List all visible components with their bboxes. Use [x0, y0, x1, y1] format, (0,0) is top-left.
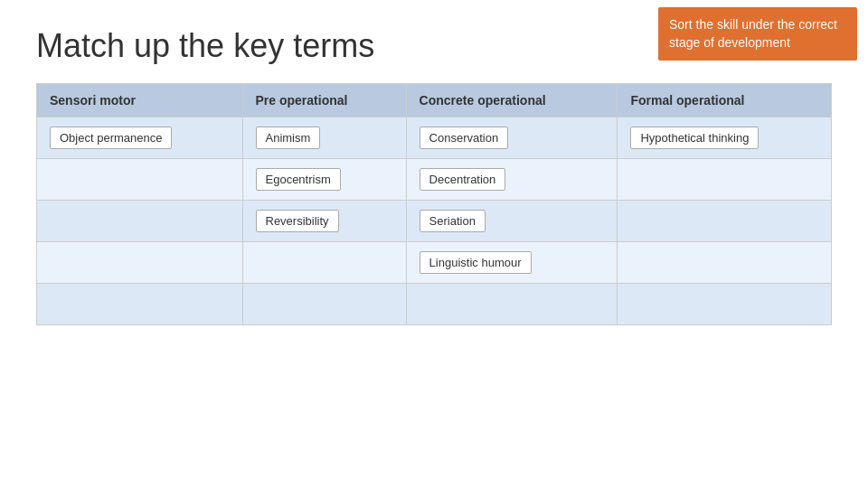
table-row — [37, 284, 832, 325]
chip-decentration[interactable]: Decentration — [420, 168, 506, 191]
cell-formal-4 — [618, 242, 832, 284]
chip-reversibility[interactable]: Reversibility — [256, 210, 339, 232]
cell-sensori-4 — [37, 242, 243, 284]
cell-sensori-2 — [37, 159, 243, 201]
table-row: Linguistic humour — [37, 242, 832, 284]
chip-hypothetical-thinking[interactable]: Hypothetical thinking — [630, 127, 759, 149]
cell-concrete-1: Conservation — [406, 117, 618, 159]
cell-formal-3 — [618, 201, 832, 242]
chip-egocentrism[interactable]: Egocentrism — [256, 168, 341, 191]
header-sensori-motor: Sensori motor — [37, 84, 243, 117]
instruction-box: Sort the skill under the correct stage o… — [658, 7, 857, 61]
cell-formal-5 — [618, 284, 832, 325]
header-formal-operational: Formal operational — [618, 84, 832, 117]
cell-sensori-3 — [37, 201, 243, 242]
cell-sensori-1: Object permanence — [37, 117, 243, 159]
cell-concrete-2: Decentration — [406, 159, 618, 201]
chip-linguistic-humour[interactable]: Linguistic humour — [420, 251, 532, 274]
chip-seriation[interactable]: Seriation — [420, 210, 486, 232]
cell-formal-2 — [618, 159, 832, 201]
header-pre-operational: Pre operational — [242, 84, 406, 117]
cell-pre-1: Animism — [242, 117, 406, 159]
cell-pre-5 — [242, 284, 406, 325]
table-row: Reversibility Seriation — [37, 201, 832, 242]
chip-animism[interactable]: Animism — [256, 127, 321, 149]
header-concrete-operational: Concrete operational — [406, 84, 618, 117]
matching-table: Sensori motor Pre operational Concrete o… — [36, 83, 832, 325]
cell-sensori-5 — [37, 284, 243, 325]
cell-formal-1: Hypothetical thinking — [618, 117, 832, 159]
cell-concrete-4: Linguistic humour — [406, 242, 618, 284]
cell-concrete-3: Seriation — [406, 201, 618, 242]
chip-object-permanence[interactable]: Object permanence — [50, 127, 172, 149]
cell-concrete-5 — [406, 284, 618, 325]
table-row: Egocentrism Decentration — [37, 159, 832, 201]
cell-pre-2: Egocentrism — [242, 159, 406, 201]
cell-pre-3: Reversibility — [242, 201, 406, 242]
table-row: Object permanence Animism Conservation H… — [37, 117, 832, 159]
chip-conservation[interactable]: Conservation — [420, 127, 509, 149]
cell-pre-4 — [242, 242, 406, 284]
